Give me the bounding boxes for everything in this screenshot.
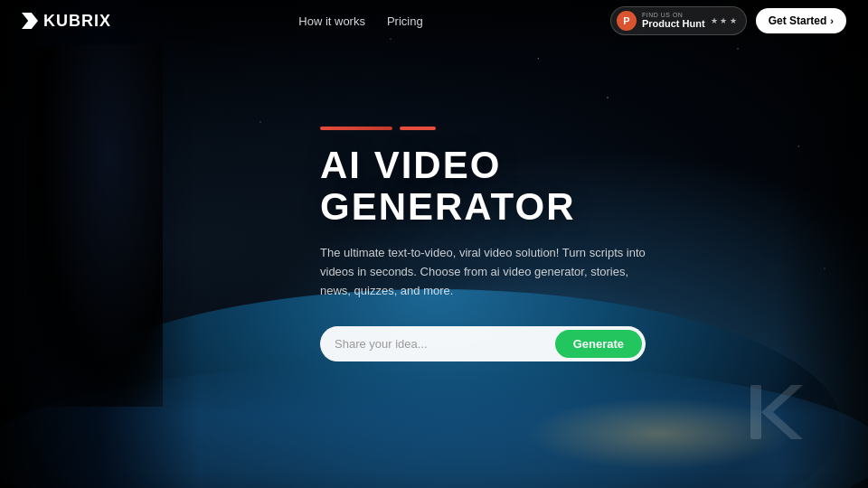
nav-links: How it works Pricing <box>298 14 422 28</box>
get-started-button[interactable]: Get Started › <box>756 8 846 33</box>
kubrix-watermark <box>741 376 814 452</box>
nav-pricing[interactable]: Pricing <box>387 14 423 28</box>
generate-label: Generate <box>573 337 624 351</box>
figure-left <box>27 45 163 407</box>
navbar: KUBRIX How it works Pricing P FIND US ON… <box>0 0 868 42</box>
hero-idea-input[interactable] <box>335 332 555 356</box>
eyebrow-bar-1 <box>320 127 392 130</box>
logo-icon <box>22 13 38 29</box>
logo[interactable]: KUBRIX <box>22 12 111 31</box>
nav-how-it-works[interactable]: How it works <box>298 14 365 28</box>
logo-text: KUBRIX <box>43 12 111 31</box>
svg-marker-1 <box>761 385 803 439</box>
hero-subtitle: The ultimate text-to-video, viral video … <box>320 244 646 300</box>
product-hunt-text: FIND US ON Product Hunt <box>642 12 705 30</box>
svg-rect-0 <box>750 385 761 439</box>
ph-name-label: Product Hunt <box>642 18 705 30</box>
get-started-arrow: › <box>830 15 834 26</box>
hero-input-row: Generate <box>320 326 646 361</box>
hero-section: AI VIDEO GENERATOR The ultimate text-to-… <box>320 127 700 361</box>
hero-eyebrow <box>320 127 700 130</box>
ph-stars: ★ ★ ★ <box>711 16 737 25</box>
ph-find-us-label: FIND US ON <box>642 12 705 18</box>
generate-button[interactable]: Generate <box>555 330 642 358</box>
navbar-right: P FIND US ON Product Hunt ★ ★ ★ Get Star… <box>610 6 846 35</box>
get-started-label: Get Started <box>769 14 827 27</box>
product-hunt-badge[interactable]: P FIND US ON Product Hunt ★ ★ ★ <box>610 6 747 35</box>
product-hunt-logo: P <box>617 11 637 31</box>
hero-title: AI VIDEO GENERATOR <box>320 145 700 228</box>
eyebrow-bar-2 <box>400 127 436 130</box>
